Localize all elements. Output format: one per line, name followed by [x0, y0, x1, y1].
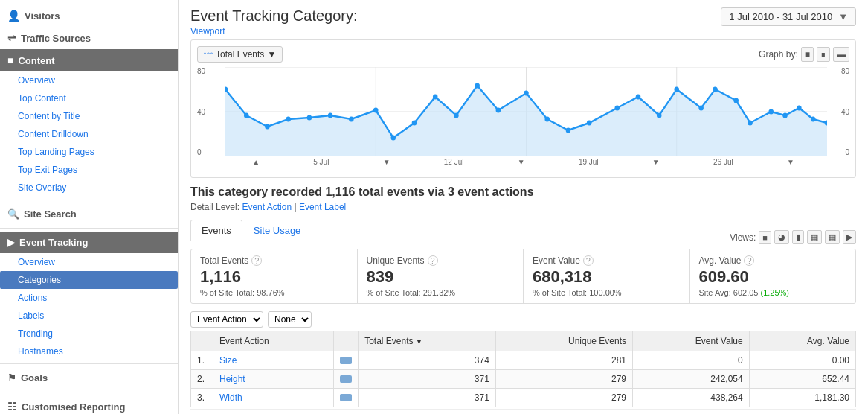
col-header-total-events: Total Events ▼	[359, 331, 496, 351]
chevron-down-icon: ▼	[267, 49, 276, 60]
sidebar-subitem-content-by-title[interactable]: Content by Title	[0, 107, 178, 125]
event-label-link[interactable]: Event Label	[299, 202, 346, 212]
tab-events[interactable]: Events	[190, 220, 242, 241]
svg-point-8	[244, 113, 249, 118]
stat-sub-avg: Site Avg: 602.05 (1.25%)	[699, 288, 847, 297]
table-row: 2. Height 371 279 242,054 652.44	[191, 370, 856, 389]
x-axis-labels: ▲ 5 Jul ▼ 12 Jul ▼ 19 Jul ▼ 26 Jul ▼	[225, 158, 842, 166]
svg-point-31	[733, 98, 739, 104]
sidebar-subitem-content-drilldown[interactable]: Content Drilldown	[0, 125, 178, 143]
svg-point-17	[433, 95, 438, 100]
graph-by-icon-3[interactable]: ▬	[833, 47, 849, 62]
sidebar-subitem-et-labels[interactable]: Labels	[0, 307, 178, 325]
x-label-5jul: 5 Jul	[313, 158, 329, 166]
svg-point-23	[566, 128, 571, 133]
row-action-link-1[interactable]: Size	[219, 355, 237, 366]
stat-value-avg: 609.60	[699, 267, 847, 287]
filter-none-select[interactable]: None	[268, 311, 312, 328]
graph-by-icon-1[interactable]: ■	[801, 47, 814, 62]
date-range-picker[interactable]: 1 Jul 2010 - 31 Jul 2010 ▼	[721, 7, 856, 26]
row-num-1: 1.	[191, 351, 213, 370]
content-icon: ■	[7, 54, 13, 66]
sort-arrow-icon: ▼	[416, 337, 423, 345]
sidebar-subitem-et-overview[interactable]: Overview	[0, 253, 178, 271]
sidebar-item-customised-reporting[interactable]: ☷ Customised Reporting	[0, 395, 178, 414]
graph-by-controls: Graph by: ■ ∎ ▬	[759, 47, 849, 62]
traffic-icon: ⇌	[7, 32, 16, 44]
stat-sub-total: % of Site Total: 98.76%	[200, 288, 348, 297]
row-avg-1: 0.00	[749, 351, 855, 370]
sidebar-item-site-search[interactable]: 🔍 Site Search	[0, 203, 178, 225]
sidebar-item-goals[interactable]: ⚑ Goals	[0, 367, 178, 389]
sidebar-subitem-top-exit[interactable]: Top Exit Pages	[0, 161, 178, 179]
help-icon-value[interactable]: ?	[583, 255, 594, 266]
col-header-num	[191, 331, 213, 351]
graph-by-icon-2[interactable]: ∎	[817, 47, 830, 62]
sidebar-item-traffic-sources[interactable]: ⇌ Traffic Sources	[0, 27, 178, 49]
stat-value-event: 680,318	[533, 267, 681, 287]
svg-point-13	[349, 117, 354, 122]
stat-value-unique: 839	[367, 267, 515, 287]
event-action-link[interactable]: Event Action	[242, 202, 292, 212]
stat-sub-event: % of Site Total: 100.00%	[533, 288, 681, 297]
svg-point-27	[657, 113, 662, 118]
page-header: Event Tracking Category: Viewport 1 Jul …	[190, 7, 856, 36]
sidebar-subitem-et-actions[interactable]: Actions	[0, 289, 178, 307]
x-label-12jul: 12 Jul	[444, 158, 464, 166]
sidebar-subitem-et-hostnames[interactable]: Hostnames	[0, 343, 178, 360]
svg-point-22	[544, 117, 550, 122]
sidebar-subitem-top-landing[interactable]: Top Landing Pages	[0, 143, 178, 161]
tab-site-usage[interactable]: Site Usage	[242, 220, 312, 241]
sidebar-subitem-et-categories[interactable]: Categories	[0, 271, 178, 289]
y-axis-right: 80 40 0	[832, 67, 849, 156]
chevron-down-icon: ▼	[838, 11, 848, 22]
sidebar-subitem-site-overlay[interactable]: Site Overlay	[0, 179, 178, 197]
help-icon-unique[interactable]: ?	[428, 255, 438, 266]
visitors-icon: 👤	[7, 10, 20, 22]
y-axis-left: 80 40 0	[197, 67, 215, 156]
svg-point-18	[454, 113, 459, 118]
view-icon-table[interactable]: ■	[759, 231, 771, 244]
row-total-2: 371	[359, 370, 496, 389]
filter-event-action-select[interactable]: Event Action	[190, 311, 263, 328]
help-icon-total[interactable]: ?	[251, 255, 262, 266]
main-content: Event Tracking Category: Viewport 1 Jul …	[179, 0, 868, 414]
svg-point-15	[390, 136, 396, 141]
line-chart-icon: 〰	[204, 49, 213, 60]
x-label-26jul: 26 Jul	[713, 158, 733, 166]
view-icon-bar[interactable]: ▮	[792, 230, 804, 244]
svg-point-16	[412, 121, 417, 126]
goals-icon: ⚑	[7, 372, 16, 383]
row-action-link-2[interactable]: Height	[219, 374, 245, 384]
svg-point-28	[674, 87, 679, 92]
sidebar-item-visitors[interactable]: 👤 Visitors	[0, 4, 178, 27]
view-icon-pie[interactable]: ◕	[774, 230, 789, 244]
sidebar-subitem-et-trending[interactable]: Trending	[0, 325, 178, 343]
row-avg-2: 652.44	[749, 370, 855, 389]
help-icon-avg[interactable]: ?	[744, 255, 754, 266]
view-icon-compare[interactable]: ▦	[807, 230, 822, 244]
row-num-3: 3.	[191, 389, 213, 407]
view-icon-chart2[interactable]: ▶	[843, 230, 856, 244]
svg-point-21	[524, 91, 529, 96]
table-row: 1. Size 374 281 0 0.00	[191, 351, 856, 370]
col-header-event-value: Event Value	[633, 331, 750, 351]
table-filter-row: Event Action None	[190, 311, 856, 328]
tabs-views-row: Events Site Usage Views: ■ ◕ ▮ ▦ ▦ ▶	[190, 220, 856, 249]
chart-container: 〰 Total Events ▼ Graph by: ■ ∎ ▬ 80 40 0	[190, 39, 856, 178]
row-bar-2	[334, 370, 359, 389]
sidebar-item-content[interactable]: ■ Content	[0, 49, 178, 71]
view-icon-extra[interactable]: ▦	[825, 230, 840, 244]
svg-point-36	[811, 117, 816, 122]
stat-event-value: Event Value ? 680,318 % of Site Total: 1…	[524, 249, 690, 303]
page-subtitle[interactable]: Viewport	[190, 26, 358, 36]
row-action-link-3[interactable]: Width	[219, 392, 242, 403]
chart-metric-selector[interactable]: 〰 Total Events ▼	[197, 46, 283, 63]
sidebar-subitem-top-content[interactable]: Top Content	[0, 89, 178, 107]
row-unique-1: 281	[495, 351, 632, 370]
stat-sub-unique: % of Site Total: 291.32%	[367, 288, 515, 297]
svg-point-30	[713, 87, 718, 92]
svg-point-34	[782, 113, 788, 118]
sidebar-subitem-overview[interactable]: Overview	[0, 71, 178, 89]
sidebar-item-event-tracking[interactable]: ▶ Event Tracking	[0, 232, 178, 253]
